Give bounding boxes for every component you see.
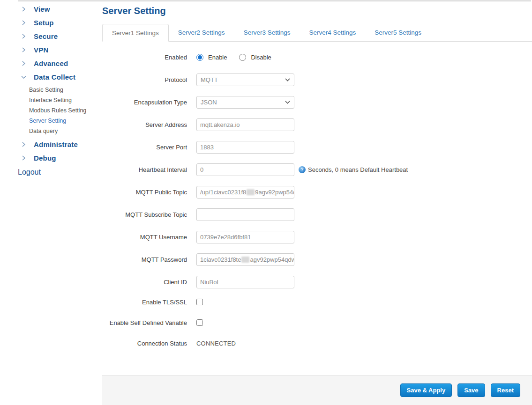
enabled-label: Enabled bbox=[102, 54, 187, 61]
page: View Setup Secure VPN Advanced bbox=[0, 0, 532, 405]
enable-self-defined-variable-checkbox[interactable] bbox=[196, 319, 203, 326]
sidebar-item-data-collect[interactable]: Data Collect bbox=[0, 70, 102, 84]
disable-radio[interactable] bbox=[239, 54, 246, 61]
row-mqtt-subscribe-topic: MQTT Subscribe Topic bbox=[102, 208, 532, 221]
sidebar-subitem-basic-setting[interactable]: Basic Setting bbox=[0, 85, 102, 95]
mqtt-password-value-prefix: 1ciavc0231f8te bbox=[200, 256, 241, 263]
sidebar-item-label: View bbox=[34, 5, 50, 13]
mqtt-public-topic-input[interactable]: /up/1ciavc0231f8 9agv92pwp54qd bbox=[196, 186, 294, 199]
heartbeat-interval-label: Heartbeat Interval bbox=[102, 166, 187, 173]
redacted-blur bbox=[241, 257, 249, 263]
tab-server1-settings[interactable]: Server1 Settings bbox=[102, 24, 169, 42]
server1-settings-form: Enabled Enable Disable Protocol MQTT bbox=[102, 42, 532, 347]
enable-tls-label: Enable TLS/SSL bbox=[102, 299, 187, 306]
mqtt-public-topic-label: MQTT Public Topic bbox=[102, 189, 187, 196]
logout-link[interactable]: Logout bbox=[0, 168, 102, 177]
sidebar-item-label: Secure bbox=[34, 32, 58, 40]
row-heartbeat-interval: Heartbeat Interval ? Seconds, 0 means De… bbox=[102, 163, 532, 176]
help-circle-icon: ? bbox=[299, 166, 306, 173]
enabled-radio-group: Enable Disable bbox=[196, 54, 271, 61]
server-port-label: Server Port bbox=[102, 144, 187, 151]
connection-status-value: CONNECTED bbox=[196, 340, 236, 347]
sidebar-item-advanced[interactable]: Advanced bbox=[0, 57, 102, 70]
sidebar-subitem-interface-setting[interactable]: Interface Setting bbox=[0, 95, 102, 105]
sidebar-item-label: Advanced bbox=[34, 59, 68, 67]
encapsulation-type-selected-value: JSON bbox=[201, 99, 217, 106]
mqtt-password-input[interactable]: 1ciavc0231f8te agv92pwp54qdwh bbox=[196, 253, 294, 266]
sidebar-item-label: Setup bbox=[34, 19, 54, 27]
enable-tls-checkbox[interactable] bbox=[196, 299, 203, 305]
save-and-apply-button[interactable]: Save & Apply bbox=[400, 383, 452, 397]
sidebar-item-vpn[interactable]: VPN bbox=[0, 43, 102, 57]
sidebar-item-label: Data Collect bbox=[34, 73, 75, 81]
save-button[interactable]: Save bbox=[457, 383, 485, 397]
chevron-down-icon bbox=[285, 101, 290, 104]
row-connection-status: Connection Status CONNECTED bbox=[102, 339, 532, 347]
server-address-label: Server Address bbox=[102, 121, 187, 128]
data-collect-submenu: Basic Setting Interface Setting Modbus R… bbox=[0, 84, 102, 138]
reset-button[interactable]: Reset bbox=[491, 383, 520, 397]
enable-radio[interactable] bbox=[196, 54, 203, 61]
mqtt-username-label: MQTT Username bbox=[102, 234, 187, 241]
connection-status-label: Connection Status bbox=[102, 340, 187, 347]
sidebar: View Setup Secure VPN Advanced bbox=[0, 0, 102, 405]
chevron-down-icon bbox=[285, 78, 290, 81]
protocol-selected-value: MQTT bbox=[201, 76, 218, 83]
mqtt-public-topic-value-prefix: /up/1ciavc0231f8 bbox=[200, 189, 246, 196]
mqtt-password-value-suffix: agv92pwp54qdwh bbox=[250, 256, 294, 263]
sidebar-item-setup[interactable]: Setup bbox=[0, 16, 102, 29]
encapsulation-type-select[interactable]: JSON bbox=[196, 96, 294, 109]
tab-server4-settings[interactable]: Server4 Settings bbox=[300, 24, 365, 41]
mqtt-password-label: MQTT Password bbox=[102, 256, 187, 263]
sidebar-item-view[interactable]: View bbox=[0, 2, 102, 16]
sidebar-item-label: VPN bbox=[34, 46, 48, 54]
heartbeat-hint: ? Seconds, 0 means Default Heartbeat bbox=[299, 166, 408, 173]
row-client-id: Client ID bbox=[102, 276, 532, 288]
chevron-right-icon bbox=[21, 47, 27, 53]
server-tabs: Server1 Settings Server2 Settings Server… bbox=[102, 24, 532, 42]
mqtt-username-input[interactable] bbox=[196, 231, 294, 243]
form-footer: Save & Apply Save Reset bbox=[102, 375, 532, 405]
row-mqtt-public-topic: MQTT Public Topic /up/1ciavc0231f8 9agv9… bbox=[102, 186, 532, 199]
mqtt-subscribe-topic-label: MQTT Subscribe Topic bbox=[102, 211, 187, 218]
encapsulation-type-label: Encapsulation Type bbox=[102, 99, 187, 106]
chevron-right-icon bbox=[21, 6, 27, 12]
tab-server2-settings[interactable]: Server2 Settings bbox=[169, 24, 234, 41]
enable-radio-label: Enable bbox=[208, 54, 227, 61]
sidebar-item-debug[interactable]: Debug bbox=[0, 151, 102, 165]
sidebar-subitem-modbus-rules-setting[interactable]: Modbus Rules Setting bbox=[0, 105, 102, 116]
chevron-right-icon bbox=[21, 33, 27, 39]
sidebar-item-secure[interactable]: Secure bbox=[0, 29, 102, 43]
row-mqtt-password: MQTT Password 1ciavc0231f8te agv92pwp54q… bbox=[102, 253, 532, 266]
server-address-input[interactable] bbox=[196, 118, 294, 131]
chevron-right-icon bbox=[21, 141, 27, 147]
tab-server3-settings[interactable]: Server3 Settings bbox=[234, 24, 300, 41]
row-enabled: Enabled Enable Disable bbox=[102, 51, 532, 64]
sidebar-subitem-data-query[interactable]: Data query bbox=[0, 126, 102, 136]
chevron-right-icon bbox=[21, 20, 27, 26]
sidebar-item-administrate[interactable]: Administrate bbox=[0, 138, 102, 151]
client-id-label: Client ID bbox=[102, 279, 187, 286]
server-port-input[interactable] bbox=[196, 141, 294, 154]
sidebar-item-label: Administrate bbox=[34, 140, 78, 148]
page-title: Server Setting bbox=[102, 6, 532, 16]
main-content: Server Setting Server1 Settings Server2 … bbox=[102, 0, 532, 405]
chevron-right-icon bbox=[21, 155, 27, 161]
sidebar-subitem-server-setting[interactable]: Server Setting bbox=[0, 116, 102, 126]
row-enable-self-defined-variable: Enable Self Defined Variable bbox=[102, 319, 532, 326]
mqtt-subscribe-topic-input[interactable] bbox=[196, 208, 294, 221]
row-protocol: Protocol MQTT bbox=[102, 74, 532, 86]
enable-self-defined-variable-label: Enable Self Defined Variable bbox=[102, 319, 187, 326]
redacted-blur bbox=[247, 189, 255, 195]
chevron-down-icon bbox=[21, 74, 27, 80]
heartbeat-hint-text: Seconds, 0 means Default Heartbeat bbox=[308, 166, 408, 173]
sidebar-item-label: Debug bbox=[34, 154, 56, 162]
row-server-port: Server Port bbox=[102, 141, 532, 154]
heartbeat-interval-input[interactable] bbox=[196, 163, 294, 176]
row-mqtt-username: MQTT Username bbox=[102, 231, 532, 243]
disable-radio-label: Disable bbox=[251, 54, 271, 61]
row-enable-tls: Enable TLS/SSL bbox=[102, 298, 532, 306]
tab-server5-settings[interactable]: Server5 Settings bbox=[365, 24, 431, 41]
protocol-select[interactable]: MQTT bbox=[196, 74, 294, 86]
client-id-input[interactable] bbox=[196, 276, 294, 288]
